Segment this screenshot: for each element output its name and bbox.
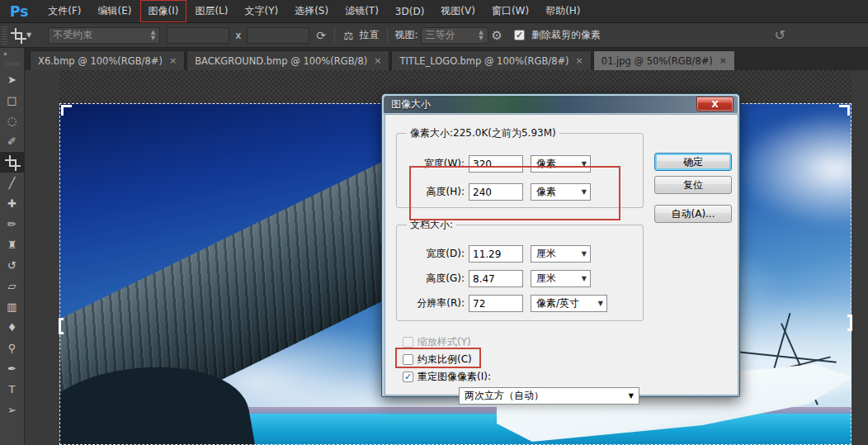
tab-title-logo[interactable]: TITLE_LOGO.bmp @ 100%(RGB/8#)× <box>391 50 591 70</box>
eraser-tool[interactable]: ▱ <box>0 276 25 296</box>
menu-window[interactable]: 窗口(W) <box>484 0 537 22</box>
gradient-tool[interactable]: ▥ <box>0 296 25 317</box>
width-doc-unit-dropdown[interactable]: 厘米▼ <box>531 245 591 263</box>
brush-tool[interactable]: ✏ <box>0 214 25 234</box>
height-px-input[interactable] <box>469 183 523 201</box>
height-px-label: 高度(H): <box>408 185 465 199</box>
ps-logo: Ps <box>0 3 40 20</box>
separator <box>387 27 388 44</box>
menu-file[interactable]: 文件(F) <box>40 0 89 22</box>
straighten-icon[interactable]: ⚖ <box>343 29 354 42</box>
overlay-view-dropdown[interactable]: 三等分▲▼ <box>421 27 488 44</box>
width-px-input[interactable] <box>469 155 523 173</box>
pen-tool[interactable]: ✒ <box>0 358 25 379</box>
reset-button[interactable]: 复位 <box>654 176 732 194</box>
resample-checkbox[interactable]: ✓ <box>403 372 413 382</box>
menu-filter[interactable]: 滤镜(T) <box>337 0 387 22</box>
view-label: 视图: <box>395 28 418 42</box>
pixel-size-group: 像素大小:225.0K(之前为5.93M) 宽度(W): 像素▼ 高度(H): … <box>396 126 644 208</box>
marquee-tool[interactable]: □ <box>0 90 25 111</box>
dodge-tool[interactable]: ⚲ <box>0 338 25 358</box>
tool-panel: » ➤ □ ◌ ✐ ╱ ✚ ✏ ♜ ↺ ▱ ▥ ♦ ⚲ ✒ T ➢ <box>0 48 25 445</box>
options-bar: ▼ 不受约束▲▼ x ⟳ ⚖ 拉直 视图: 三等分▲▼ ⚙ ✓ 删除裁剪的像素 … <box>0 23 868 48</box>
clone-stamp-tool[interactable]: ♜ <box>0 234 25 255</box>
tool-preset-caret-icon[interactable]: ▼ <box>26 31 31 39</box>
ok-button[interactable]: 确定 <box>654 153 732 171</box>
menu-view[interactable]: 视图(V) <box>432 0 484 22</box>
tab-01jpg[interactable]: 01.jpg @ 50%(RGB/8#)× <box>593 50 735 70</box>
close-icon[interactable]: × <box>169 55 177 66</box>
resolution-input[interactable] <box>469 295 523 312</box>
collapse-panel-icon[interactable]: » <box>0 48 11 60</box>
image-size-dialog: 图像大小 X 像素大小:225.0K(之前为5.93M) 宽度(W): 像素▼ … <box>381 93 740 397</box>
close-button[interactable]: X <box>696 97 734 111</box>
scale-styles-checkbox[interactable] <box>403 337 413 348</box>
close-icon[interactable]: × <box>374 55 381 66</box>
updown-icon: ▲▼ <box>479 30 483 41</box>
height-doc-unit-dropdown[interactable]: 厘米▼ <box>531 270 591 287</box>
chevron-down-icon: ▼ <box>582 188 587 196</box>
menu-3d[interactable]: 3D(D) <box>387 2 432 21</box>
resample-checkbox-row[interactable]: ✓ 重定图像像素(I): <box>403 370 491 384</box>
resolution-unit-dropdown[interactable]: 像素/英寸▼ <box>531 295 607 312</box>
menu-bar: Ps 文件(F) 编辑(E) 图像(I) 图层(L) 文字(Y) 选择(S) 滤… <box>0 0 868 23</box>
quick-selection-tool[interactable]: ✐ <box>0 131 25 152</box>
dialog-title-bar[interactable]: 图像大小 <box>384 96 738 113</box>
tab-x6[interactable]: X6.bmp @ 100%(RGB/8#)× <box>30 50 185 70</box>
updown-icon: ▲▼ <box>151 30 155 41</box>
crop-tool[interactable] <box>0 152 25 173</box>
reset-icon[interactable]: ↺ <box>775 27 785 43</box>
document-tab-bar: X6.bmp @ 100%(RGB/8#)× BACKGROUND.bmp @ … <box>25 48 868 70</box>
crop-tool-icon[interactable] <box>12 30 23 40</box>
width-doc-input[interactable] <box>469 245 523 263</box>
height-doc-input[interactable] <box>469 270 523 287</box>
height-px-unit-dropdown[interactable]: 像素▼ <box>531 183 591 201</box>
gear-icon[interactable]: ⚙ <box>492 28 502 43</box>
pixel-size-legend: 像素大小:225.0K(之前为5.93M) <box>407 126 559 140</box>
delete-cropped-checkbox[interactable]: ✓ <box>514 30 525 40</box>
tab-background[interactable]: BACKGROUND.bmp @ 100%(RGB/8)× <box>186 50 389 70</box>
tool-panel-grip[interactable] <box>6 62 19 66</box>
crop-height-input[interactable] <box>247 27 309 44</box>
straighten-button[interactable]: 拉直 <box>360 28 380 42</box>
lasso-tool[interactable]: ◌ <box>0 111 25 131</box>
chevron-down-icon: ▼ <box>629 392 634 400</box>
close-icon[interactable]: × <box>719 55 727 66</box>
separator <box>334 27 335 44</box>
healing-brush-tool[interactable]: ✚ <box>0 193 25 214</box>
dialog-title: 图像大小 <box>384 97 431 111</box>
menu-select[interactable]: 选择(S) <box>286 0 337 22</box>
resolution-label: 分辨率(R): <box>408 296 465 310</box>
constrain-proportions-checkbox[interactable] <box>403 354 413 365</box>
crop-x-separator: x <box>235 30 241 41</box>
options-grip[interactable] <box>2 26 7 45</box>
chevron-down-icon: ▼ <box>598 300 603 307</box>
auto-button[interactable]: 自动(A)... <box>654 205 732 223</box>
menu-layer[interactable]: 图层(L) <box>186 0 236 22</box>
menu-type[interactable]: 文字(Y) <box>236 0 286 22</box>
type-tool[interactable]: T <box>0 379 25 400</box>
scale-styles-checkbox-row[interactable]: 缩放样式(Y) <box>403 335 471 349</box>
history-brush-tool[interactable]: ↺ <box>0 255 25 276</box>
menu-help[interactable]: 帮助(H) <box>537 0 588 22</box>
constrain-proportions-checkbox-row[interactable]: 约束比例(C) <box>403 353 472 367</box>
crop-ratio-dropdown[interactable]: 不受约束▲▼ <box>48 27 160 44</box>
width-px-unit-dropdown[interactable]: 像素▼ <box>531 155 591 173</box>
move-tool[interactable]: ➤ <box>0 69 25 90</box>
crop-width-input[interactable] <box>167 27 229 44</box>
swap-rotate-icon[interactable]: ⟳ <box>316 29 326 42</box>
height-doc-label: 高度(G): <box>408 272 465 286</box>
resample-method-dropdown[interactable]: 两次立方（自动）▼ <box>459 387 639 405</box>
chevron-down-icon: ▼ <box>582 250 587 258</box>
eyedropper-tool[interactable]: ╱ <box>0 173 25 193</box>
blur-tool[interactable]: ♦ <box>0 317 25 338</box>
close-icon[interactable]: × <box>576 55 583 66</box>
document-size-legend: 文档大小: <box>407 218 456 232</box>
path-selection-tool[interactable]: ➢ <box>0 400 25 420</box>
cloud <box>736 111 851 227</box>
chevron-down-icon: ▼ <box>582 160 587 168</box>
dialog-body: 像素大小:225.0K(之前为5.93M) 宽度(W): 像素▼ 高度(H): … <box>384 114 738 395</box>
delete-cropped-label: 删除裁剪的像素 <box>531 28 601 42</box>
menu-image[interactable]: 图像(I) <box>140 0 187 22</box>
menu-edit[interactable]: 编辑(E) <box>90 0 140 22</box>
